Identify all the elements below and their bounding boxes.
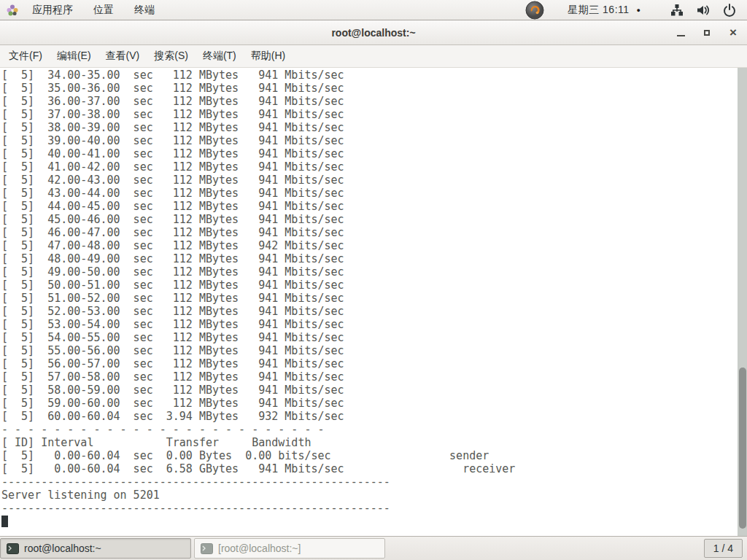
terminal-icon	[201, 543, 213, 554]
bottom-taskbar: root@localhost:~ [root@localhost:~] 1 / …	[0, 536, 747, 560]
panel-menu-places[interactable]: 位置	[85, 1, 123, 19]
network-icon[interactable]	[669, 2, 685, 18]
clock-indicator-dot: ●	[637, 7, 640, 14]
taskbar-window-terminal-minimized[interactable]: [root@localhost:~]	[194, 538, 385, 559]
menu-edit[interactable]: 编辑(E)	[50, 47, 98, 66]
minimize-icon	[677, 35, 685, 36]
orange-tray-app-icon[interactable]	[525, 1, 544, 20]
menu-terminal[interactable]: 终端(T)	[196, 47, 244, 66]
minimize-button[interactable]	[676, 28, 686, 38]
power-icon[interactable]	[721, 2, 738, 18]
menu-file[interactable]: 文件(F)	[1, 47, 50, 66]
window-titlebar[interactable]: root@localhost:~ ×	[0, 20, 747, 45]
terminal-screen[interactable]: [ 5] 34.00-35.00 sec 112 MBytes 941 Mbit…	[0, 68, 747, 536]
panel-menu-applications[interactable]: 应用程序	[23, 1, 82, 19]
scrollbar-track[interactable]	[738, 68, 747, 536]
window-controls: ×	[676, 28, 738, 38]
task-label: [root@localhost:~]	[218, 542, 301, 554]
maximize-button[interactable]	[702, 28, 712, 38]
menu-view[interactable]: 查看(V)	[98, 47, 147, 66]
maximize-icon	[704, 30, 710, 36]
menu-search[interactable]: 搜索(S)	[147, 47, 196, 66]
scrollbar-thumb[interactable]	[739, 368, 746, 529]
panel-menu-terminal[interactable]: 终端	[125, 1, 163, 19]
close-button[interactable]: ×	[728, 28, 738, 38]
taskbar-window-terminal[interactable]: root@localhost:~	[0, 538, 191, 559]
panel-clock[interactable]: 星期三 16:11	[568, 4, 629, 17]
applications-menu-icon	[6, 4, 19, 17]
window-title: root@localhost:~	[0, 27, 747, 39]
task-label: root@localhost:~	[24, 542, 101, 554]
terminal-output: [ 5] 34.00-35.00 sec 112 MBytes 941 Mbit…	[0, 68, 747, 515]
workspace-pager[interactable]: 1 / 4	[704, 539, 743, 558]
terminal-cursor	[1, 516, 8, 527]
top-panel: 应用程序 位置 终端 星期三 16:11 ●	[0, 0, 747, 20]
volume-icon[interactable]	[695, 2, 711, 18]
terminal-icon	[7, 543, 19, 554]
terminal-menubar: 文件(F) 编辑(E) 查看(V) 搜索(S) 终端(T) 帮助(H)	[0, 45, 747, 68]
menu-help[interactable]: 帮助(H)	[244, 47, 293, 66]
